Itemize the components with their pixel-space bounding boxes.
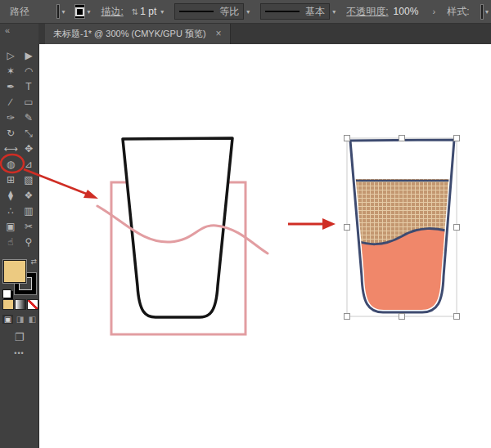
shape-builder-tool[interactable]: ◍ — [2, 156, 20, 172]
none-button[interactable] — [28, 300, 38, 309]
close-icon[interactable]: × — [216, 29, 222, 38]
document-tab-bar: 未标题-1* @ 300% (CMYK/GPU 预览) × — [38, 23, 491, 44]
tools-panel: « ▷ ▶ ✶ ◠ ✒ T ∕ ▭ ✑ ✎ ↻ ⤡ ⟷ ✥ ◍ ⊿ ⊞ ▧ ⧫ … — [0, 23, 39, 448]
scale-tool[interactable]: ⤡ — [20, 125, 38, 141]
slice-tool[interactable]: ✂ — [20, 218, 38, 234]
blend-tool[interactable]: ❖ — [20, 187, 38, 203]
brush-preview-icon — [265, 11, 300, 12]
perspective-grid-tool[interactable]: ⊿ — [20, 156, 38, 172]
color-button[interactable] — [3, 300, 13, 309]
fill-stroke-indicator: ⇄ — [2, 260, 37, 299]
stroke-color-swatch[interactable] — [75, 5, 84, 18]
column-graph-tool[interactable]: ▥ — [20, 203, 38, 218]
pen-tool[interactable]: ✒ — [2, 78, 20, 94]
draw-behind-mode-icon[interactable]: ◨ — [15, 315, 25, 324]
collapse-panel-button[interactable]: « — [0, 23, 38, 35]
chevron-down-icon[interactable]: ▾ — [246, 8, 250, 16]
magic-wand-tool[interactable]: ✶ — [2, 63, 20, 78]
chevron-down-icon[interactable]: ▾ — [332, 8, 336, 16]
stroke-weight-value[interactable]: 1 pt — [140, 6, 156, 17]
artboard-canvas[interactable] — [38, 44, 491, 448]
control-bar: 路径 ▾ ▾ 描边: ⇅ 1 pt ▾ 等比 ▾ 基本 ▾ 不透明度: 100%… — [0, 0, 491, 24]
line-segment-tool[interactable]: ∕ — [2, 94, 20, 110]
selection-type-label: 路径 — [10, 5, 29, 19]
type-tool[interactable]: T — [20, 78, 38, 94]
opacity-value[interactable]: 100% — [394, 6, 428, 17]
selection-tool[interactable]: ▷ — [2, 47, 20, 63]
draw-inside-mode-icon[interactable]: ◧ — [27, 315, 38, 324]
document-tab[interactable]: 未标题-1* @ 300% (CMYK/GPU 预览) × — [45, 23, 231, 44]
tools-grid: ▷ ▶ ✶ ◠ ✒ T ∕ ▭ ✑ ✎ ↻ ⤡ ⟷ ✥ ◍ ⊿ ⊞ ▧ ⧫ ❖ … — [2, 47, 38, 249]
width-profile-preview-icon — [179, 11, 214, 12]
pencil-tool[interactable]: ✎ — [20, 110, 38, 125]
rectangle-tool[interactable]: ▭ — [20, 94, 38, 110]
chevron-down-icon[interactable]: ▾ — [160, 8, 164, 16]
swap-fill-stroke-icon[interactable]: ⇄ — [30, 258, 37, 266]
gradient-tool[interactable]: ▧ — [20, 172, 38, 187]
artboard-tool[interactable]: ▣ — [2, 218, 20, 234]
default-fill-stroke-icon[interactable] — [2, 289, 11, 298]
chevron-down-icon[interactable]: ▾ — [61, 8, 65, 16]
width-tool[interactable]: ⟷ — [2, 141, 20, 156]
rotate-tool[interactable]: ↻ — [2, 125, 20, 141]
style-label: 样式: — [447, 5, 469, 19]
zoom-tool[interactable]: ⚲ — [20, 234, 38, 249]
stroke-ring-icon — [75, 7, 84, 16]
opacity-expand-icon[interactable]: › — [433, 7, 436, 16]
eyedropper-tool[interactable]: ⧫ — [2, 187, 20, 203]
fill-color-swatch[interactable] — [57, 5, 59, 18]
mesh-tool[interactable]: ⊞ — [2, 172, 20, 187]
chevron-down-icon[interactable]: ▾ — [485, 8, 489, 16]
screen-mode-icon[interactable]: ❐ — [0, 331, 38, 343]
fill-indicator-swatch[interactable] — [3, 260, 26, 283]
width-profile-label: 等比 — [219, 5, 239, 19]
draw-normal-mode-icon[interactable]: ▣ — [2, 315, 13, 324]
chevron-down-icon[interactable]: ▾ — [87, 8, 90, 16]
direct-selection-tool[interactable]: ▶ — [20, 47, 38, 63]
paint-type-buttons — [3, 300, 38, 309]
brush-definition-label: 基本 — [305, 5, 325, 19]
stroke-stepper-icon[interactable]: ⇅ — [132, 7, 138, 16]
drawing-modes: ▣ ◨ ◧ — [2, 315, 38, 324]
hand-tool[interactable]: ☝ — [2, 234, 20, 249]
document-tab-title: 未标题-1* @ 300% (CMYK/GPU 预览) — [53, 28, 206, 40]
gradient-button[interactable] — [16, 300, 25, 309]
opacity-panel-link[interactable]: 不透明度: — [346, 5, 388, 19]
free-transform-tool[interactable]: ✥ — [20, 141, 38, 156]
paintbrush-tool[interactable]: ✑ — [2, 110, 20, 125]
brush-definition-dropdown[interactable]: 基本 — [260, 3, 330, 20]
width-profile-dropdown[interactable]: 等比 — [174, 3, 244, 20]
graphic-style-swatch[interactable] — [481, 5, 483, 19]
illustrator-window: 路径 ▾ ▾ 描边: ⇅ 1 pt ▾ 等比 ▾ 基本 ▾ 不透明度: 100%… — [0, 0, 491, 448]
lasso-tool[interactable]: ◠ — [20, 63, 38, 78]
symbol-sprayer-tool[interactable]: ∴ — [2, 203, 20, 218]
edit-toolbar-button[interactable]: ••• — [0, 349, 38, 357]
stroke-panel-link[interactable]: 描边: — [101, 5, 123, 19]
